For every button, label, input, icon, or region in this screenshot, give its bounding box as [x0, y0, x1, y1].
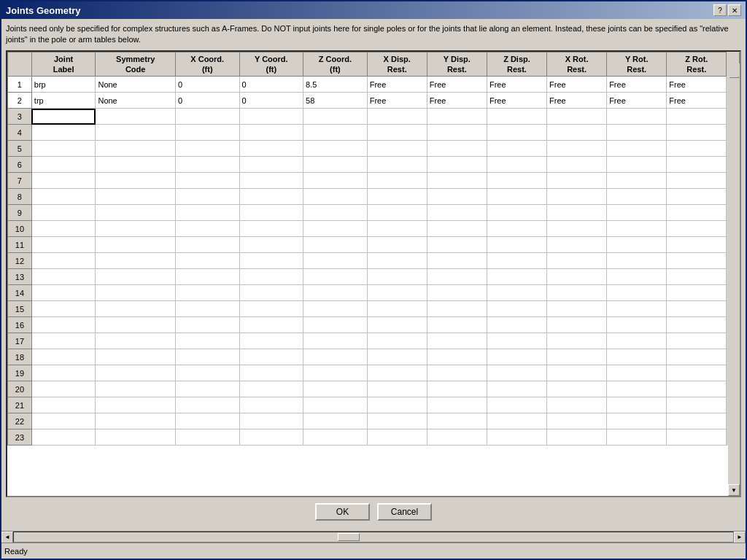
cell-joint_label[interactable]: brp	[31, 77, 96, 93]
table-row[interactable]: 10	[8, 221, 740, 237]
cell-z_rot_rest[interactable]: Free	[667, 77, 727, 93]
cell-y_coord[interactable]	[239, 413, 303, 429]
cell-joint_label[interactable]	[31, 349, 96, 365]
scroll-track[interactable]	[728, 63, 740, 484]
cell-x_rot_rest[interactable]	[547, 285, 607, 301]
cell-x_disp_rest[interactable]	[367, 381, 427, 397]
table-row[interactable]: 3	[8, 109, 740, 125]
cell-y_disp_rest[interactable]	[427, 365, 487, 381]
cell-y_disp_rest[interactable]	[427, 333, 487, 349]
cell-z_disp_rest[interactable]	[487, 413, 546, 429]
cell-y_rot_rest[interactable]	[607, 125, 667, 141]
cell-x_disp_rest[interactable]: Free	[367, 93, 427, 109]
table-row[interactable]: 8	[8, 189, 740, 205]
cell-joint_label[interactable]	[31, 397, 96, 413]
cell-x_coord[interactable]	[175, 317, 239, 333]
cell-z_disp_rest[interactable]	[487, 205, 546, 221]
cell-joint_label[interactable]	[31, 157, 96, 173]
cell-joint_label[interactable]	[31, 253, 96, 269]
cell-x_disp_rest[interactable]	[367, 205, 427, 221]
cell-x_coord[interactable]	[175, 205, 239, 221]
table-scroll-area[interactable]: JointLabel SymmetryCode X Coord.(ft) Y C…	[7, 52, 740, 496]
cell-y_coord[interactable]: 0	[239, 93, 303, 109]
cell-z_rot_rest[interactable]	[667, 253, 727, 269]
cell-z_disp_rest[interactable]	[487, 221, 546, 237]
cell-x_coord[interactable]	[175, 253, 239, 269]
cell-x_rot_rest[interactable]	[547, 125, 607, 141]
cell-y_disp_rest[interactable]: Free	[427, 77, 487, 93]
scroll-right-arrow[interactable]: ►	[734, 532, 746, 543]
cell-y_coord[interactable]	[239, 125, 303, 141]
cell-y_rot_rest[interactable]	[607, 285, 667, 301]
cell-x_disp_rest[interactable]	[367, 317, 427, 333]
cell-x_coord[interactable]: 0	[175, 77, 239, 93]
table-row[interactable]: 23	[8, 429, 740, 446]
cell-y_coord[interactable]	[239, 141, 303, 157]
cell-x_rot_rest[interactable]	[547, 173, 607, 189]
cell-y_disp_rest[interactable]	[427, 429, 487, 446]
table-row[interactable]: 2trpNone0058FreeFreeFreeFreeFreeFree	[8, 93, 740, 109]
cell-y_disp_rest[interactable]	[427, 173, 487, 189]
cell-z_coord[interactable]	[303, 269, 368, 285]
cell-symmetry_code[interactable]	[96, 141, 175, 157]
cell-y_disp_rest[interactable]	[427, 109, 487, 125]
cell-y_disp_rest[interactable]	[427, 301, 487, 317]
scroll-down-arrow[interactable]: ▼	[728, 484, 740, 496]
cell-symmetry_code[interactable]: None	[96, 93, 175, 109]
table-row[interactable]: 19	[8, 365, 740, 381]
cell-symmetry_code[interactable]	[96, 413, 175, 429]
cell-z_coord[interactable]	[303, 157, 368, 173]
cell-x_disp_rest[interactable]	[367, 109, 427, 125]
cell-z_disp_rest[interactable]	[487, 429, 546, 446]
cell-symmetry_code[interactable]	[96, 285, 175, 301]
cell-y_coord[interactable]	[239, 109, 303, 125]
cell-y_coord[interactable]	[239, 285, 303, 301]
cell-x_coord[interactable]	[175, 365, 239, 381]
table-row[interactable]: 12	[8, 253, 740, 269]
cell-y_disp_rest[interactable]	[427, 269, 487, 285]
cell-y_disp_rest[interactable]	[427, 253, 487, 269]
cell-x_coord[interactable]	[175, 301, 239, 317]
cell-x_disp_rest[interactable]	[367, 349, 427, 365]
cell-z_coord[interactable]	[303, 301, 368, 317]
cell-y_disp_rest[interactable]	[427, 349, 487, 365]
h-scroll-track[interactable]	[13, 532, 734, 542]
cell-z_coord[interactable]	[303, 125, 368, 141]
cell-joint_label[interactable]	[31, 429, 96, 446]
cell-z_coord[interactable]	[303, 221, 368, 237]
cell-y_disp_rest[interactable]	[427, 237, 487, 253]
table-row[interactable]: 21	[8, 397, 740, 413]
cell-y_disp_rest[interactable]	[427, 381, 487, 397]
cell-x_coord[interactable]	[175, 221, 239, 237]
table-row[interactable]: 15	[8, 301, 740, 317]
cell-y_rot_rest[interactable]	[607, 301, 667, 317]
cell-y_coord[interactable]	[239, 157, 303, 173]
cell-y_rot_rest[interactable]	[607, 365, 667, 381]
cell-y_coord[interactable]	[239, 381, 303, 397]
cell-z_disp_rest[interactable]	[487, 397, 546, 413]
cell-joint_label[interactable]	[31, 317, 96, 333]
cell-y_disp_rest[interactable]	[427, 397, 487, 413]
cell-x_rot_rest[interactable]	[547, 317, 607, 333]
ok-button[interactable]: OK	[315, 503, 370, 521]
cell-y_rot_rest[interactable]	[607, 109, 667, 125]
cell-z_rot_rest[interactable]	[667, 317, 727, 333]
cell-symmetry_code[interactable]	[96, 173, 175, 189]
cell-x_coord[interactable]	[175, 349, 239, 365]
cell-y_coord[interactable]	[239, 173, 303, 189]
cell-joint_label[interactable]	[31, 381, 96, 397]
table-row[interactable]: 11	[8, 237, 740, 253]
cell-z_disp_rest[interactable]	[487, 285, 546, 301]
scroll-left-arrow[interactable]: ◄	[1, 532, 13, 543]
cell-joint_label[interactable]	[31, 269, 96, 285]
cell-z_rot_rest[interactable]	[667, 157, 727, 173]
help-button[interactable]: ?	[713, 4, 727, 16]
cell-z_disp_rest[interactable]	[487, 141, 546, 157]
table-row[interactable]: 22	[8, 413, 740, 429]
cell-x_disp_rest[interactable]	[367, 429, 427, 446]
cell-joint_label[interactable]	[31, 125, 96, 141]
cell-z_coord[interactable]	[303, 285, 368, 301]
cell-symmetry_code[interactable]	[96, 157, 175, 173]
cell-symmetry_code[interactable]	[96, 429, 175, 446]
cell-x_rot_rest[interactable]: Free	[547, 93, 607, 109]
